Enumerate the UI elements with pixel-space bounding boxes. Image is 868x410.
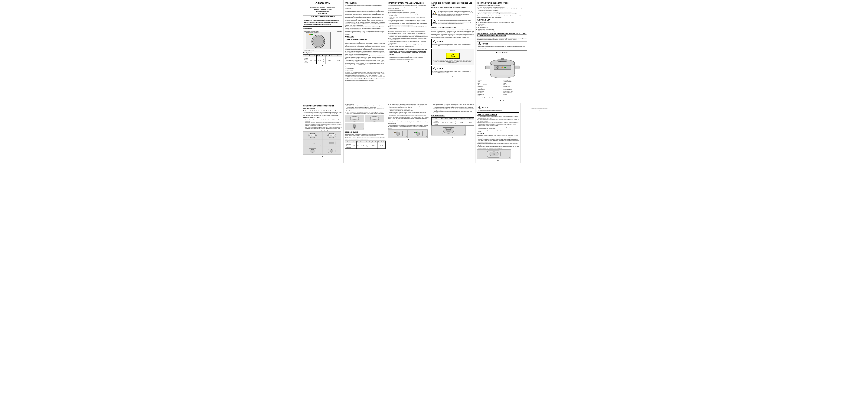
panel-cover: NatureSpirit. Automatic Intelligent Mult… <box>302 0 344 103</box>
notice-fb-icon: ! <box>478 106 481 109</box>
illus-title: Product Illustration <box>477 52 527 54</box>
special-cord-body: A short power-supply cord is provided to… <box>431 29 474 38</box>
page-num-3: 3 <box>431 76 474 78</box>
list-item: 1.One NatureSpirit- Automatic Intelligen… <box>478 22 527 23</box>
brand-section: NatureSpirit. Automatic Intelligent Mult… <box>303 1 342 14</box>
step-img-3: 4/5 1/5 3 <box>303 139 322 147</box>
cell-label: Pressure Keeping time (mins) <box>345 143 352 149</box>
step4-svg <box>327 139 337 146</box>
save-title: SAVE THESE INSTRUCTIONS FOR HOUSEHOLD US… <box>431 2 474 6</box>
svg-text:7: 7 <box>484 64 485 65</box>
svg-point-36 <box>504 67 506 68</box>
warning-caption: WARNING: TO REDUCE THE RISK OF ELECTRIC … <box>433 60 473 63</box>
list-item: To disconnect, remove plug from the elec… <box>390 44 429 47</box>
notice-fb-title: ! NOTICE <box>478 106 518 109</box>
cell-bean: 25-30 <box>334 57 342 64</box>
list-item: Close supervision is necessary when any … <box>390 17 429 20</box>
col-bean: Bean/Tendon <box>334 55 342 57</box>
svg-rect-52 <box>329 142 334 144</box>
list-item: 3.One Measuring cup. <box>478 25 527 27</box>
list-item: 16.Power Cord <box>503 86 527 87</box>
svg-point-8 <box>309 34 311 35</box>
page-num-6: 6 <box>303 65 342 67</box>
list-item: 10.Upper Ring <box>477 94 502 95</box>
list-item: 15.Cooker <box>503 84 527 86</box>
panel-save: SAVE THESE INSTRUCTIONS FOR HOUSEHOLD US… <box>430 0 475 103</box>
unpack-title: IMPORTANT UNPACKING INSTRUCTIONS <box>476 2 527 4</box>
indicator-desc: The Pressure Cooker has two indicator li… <box>303 110 342 116</box>
exclaim-notice: ! The exclamation point within an equila… <box>431 19 474 26</box>
step-img-2: ⟲ 2 <box>322 131 341 139</box>
cooking-steps-4-5: Put on the cover: * Check the sealant wa… <box>346 104 385 114</box>
cooker-svg-area: 7 6 4 1 <box>477 55 527 79</box>
cooking-guide-label: Cooking Guide <box>303 52 342 54</box>
cell-label: Pressure Keeping time (mins) <box>432 120 441 125</box>
unpack-steps: Place the box on a large, sturdy flat su… <box>478 4 527 14</box>
cell-bean: 25-30 <box>466 120 474 125</box>
cell-steam: 3-5 <box>309 57 313 64</box>
panel-operating3: The Heating indicator light (orange) whe… <box>387 103 430 163</box>
cell-steam: 3-5 <box>441 120 445 125</box>
notice-inner-text: Do not use the inner pot as washing cont… <box>433 71 473 74</box>
notice-inner-pot2: ! NOTICE Do not use the inner pot as was… <box>476 41 527 51</box>
lightning-notice: ⚡ The lightning flash with arrowhead sym… <box>431 10 474 18</box>
shipping-note: To facilitate the speed and accuracy of … <box>345 71 385 77</box>
svg-text:4: 4 <box>500 57 500 58</box>
list-item: The use of accessory not recommended by … <box>478 129 519 132</box>
final-placeholder: (Additional information / back cover) <box>522 108 557 109</box>
cg-note6: * After cooking is done, cooker goes int… <box>388 125 429 129</box>
col-steam: Steam <box>441 117 445 120</box>
intro-title: INTRODUCTION <box>345 2 385 4</box>
list-item: 4.Pressure Relief Valve <box>477 84 502 86</box>
cooking-directions-list: Open the lid: hold firmly the handle, tu… <box>305 119 342 131</box>
cooking-guide-table3: Food Steam Rice Chicken Meat Soup/Porrid… <box>431 117 474 125</box>
list-item: After using, be sure to clean the inner … <box>478 137 519 143</box>
cooking-guide-table: Food Steam Rice Chicken Meat Soup/Porrid… <box>303 55 342 64</box>
cell-steam: 3-5 <box>352 143 356 149</box>
notice-icon: ! <box>433 40 436 43</box>
svg-point-71 <box>416 132 417 133</box>
list-item: 11.Control Pane <box>477 95 502 97</box>
svg-text:⟳: ⟳ <box>373 117 375 119</box>
page-num-11: 11 <box>522 110 557 112</box>
svg-text:!: ! <box>434 21 435 24</box>
list-item: 9.Out Tank <box>477 92 502 93</box>
table-row-pressure: Pressure Keeping time (mins) 3-5 5-10 10… <box>303 57 342 64</box>
list-item: 6.One important notice/warranty paper. <box>478 30 527 32</box>
control-panel-label: Control Panel <box>303 28 342 29</box>
list-item: Open the lid: hold firmly the handle, tu… <box>305 119 342 122</box>
unpack-suggest: We suggest you save all packing material… <box>476 15 527 18</box>
svg-point-54 <box>310 150 315 152</box>
list-item: DANGER: TO REDUCE THE RISK OF FIRE OR EL… <box>390 49 429 55</box>
step8-svg: ⟳ <box>369 115 380 122</box>
panel-safety: IMPORTANT SAFETY TIPS AND SAFEGUARDS Whe… <box>387 0 430 103</box>
step-img-7: 7 <box>345 115 364 122</box>
control-panel-section: Control Panel <box>303 28 342 52</box>
col-chicken: Chicken <box>448 117 454 120</box>
svg-point-70 <box>414 132 415 133</box>
cooking-dir-title: COOKING DIRECTIONS: <box>303 117 342 119</box>
panel-operating2: Put on the cover: * Check the sealant wa… <box>344 103 387 163</box>
svg-point-9 <box>311 34 313 35</box>
top-row: NatureSpirit. Automatic Intelligent Mult… <box>302 0 566 103</box>
warning-svg: ! WARNING: TO REDUCE THE RISK OF ELECTRI… <box>445 52 460 60</box>
svg-text:1/5: 1/5 <box>313 143 315 144</box>
list-item: 4.One user manual. <box>478 27 527 28</box>
step-img-8: ⟳ 8 <box>365 115 384 122</box>
svg-rect-42 <box>309 134 316 136</box>
list-item: Clean the inner tank and heating plate b… <box>305 127 342 131</box>
list-item: The inner pot is coated with nonstick co… <box>478 146 519 149</box>
list-item: When cleaning the cooker body and lid: u… <box>478 143 519 146</box>
cell-soup: 20-25 <box>457 120 466 125</box>
col-meat: Meat <box>322 55 326 57</box>
safety-list: READ ALL INSTRUCTIONS Do not touch hot s… <box>390 10 429 60</box>
notice-icon3: ! <box>478 42 481 45</box>
care-list: Do not place the cooker in any place tha… <box>478 116 519 132</box>
list-item: 13.Water Collector <box>503 81 527 82</box>
list-item: 17.Lower Back <box>503 88 527 89</box>
notice-washing: ! NOTICE Do not use the inner pot as was… <box>431 39 474 48</box>
svg-rect-30 <box>501 58 504 60</box>
list-item: After the machine has been removed, plac… <box>478 11 527 13</box>
svg-text:4/5: 4/5 <box>309 143 311 144</box>
panel-intro: INTRODUCTION Congratulations. You've jus… <box>344 0 387 103</box>
